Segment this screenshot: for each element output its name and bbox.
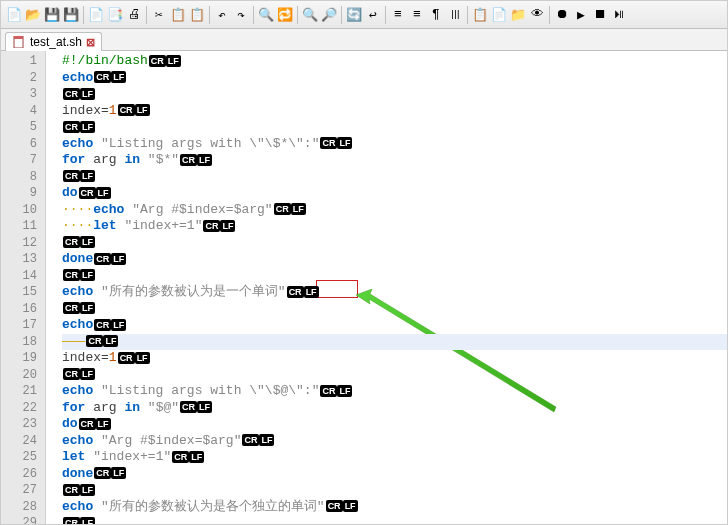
code-line[interactable]: for arg in "$@"CRLF: [62, 400, 727, 417]
crlf-marker: CR: [274, 203, 291, 215]
close-all-icon[interactable]: 📑: [106, 6, 124, 24]
code-line[interactable]: CRLF: [62, 169, 727, 186]
line-number-gutter: 1234567891011121314151617181920212223242…: [1, 51, 46, 524]
crlf-marker: CR: [180, 401, 197, 413]
crlf-marker: LF: [80, 88, 95, 100]
crlf-marker: CR: [63, 368, 80, 380]
code-line[interactable]: CRLF: [62, 86, 727, 103]
code-line[interactable]: CRLF: [62, 235, 727, 252]
replace-icon[interactable]: 🔁: [276, 6, 294, 24]
indent-icon[interactable]: ≡: [389, 6, 407, 24]
crlf-marker: CR: [94, 319, 111, 331]
line-number: 28: [1, 499, 37, 516]
crlf-marker: LF: [166, 55, 181, 67]
crlf-marker: LF: [80, 121, 95, 133]
undo-icon[interactable]: ↶: [213, 6, 231, 24]
svg-rect-1: [14, 36, 23, 39]
line-number: 14: [1, 268, 37, 285]
toolbar-separator: [467, 6, 468, 24]
crlf-marker: LF: [220, 220, 235, 232]
crlf-marker: CR: [63, 236, 80, 248]
file-icon: [12, 35, 26, 49]
code-line[interactable]: echo "Arg #$index=$arg"CRLF: [62, 433, 727, 450]
code-line[interactable]: echo "所有的参数被认为是各个独立的单词"CRLF: [62, 499, 727, 516]
crlf-marker: LF: [343, 500, 358, 512]
code-line[interactable]: echo "所有的参数被认为是一个单词"CRLF: [62, 284, 727, 301]
crlf-marker: LF: [111, 319, 126, 331]
crlf-marker: CR: [242, 434, 259, 446]
wrap-icon[interactable]: ↩: [364, 6, 382, 24]
zoom-in-icon[interactable]: 🔍: [301, 6, 319, 24]
code-line[interactable]: CRLF: [62, 515, 727, 524]
crlf-marker: CR: [94, 71, 111, 83]
redo-icon[interactable]: ↷: [232, 6, 250, 24]
line-number: 5: [1, 119, 37, 136]
code-line[interactable]: index=1CRLF: [62, 350, 727, 367]
toolbar-separator: [549, 6, 550, 24]
show-all-icon[interactable]: ¶: [427, 6, 445, 24]
save-icon[interactable]: 💾: [43, 6, 61, 24]
crlf-marker: LF: [135, 352, 150, 364]
code-area[interactable]: #!/bin/bashCRLFechoCRLFCRLFindex=1CRLFCR…: [46, 51, 727, 524]
code-line[interactable]: #!/bin/bashCRLF: [62, 53, 727, 70]
find-icon[interactable]: 🔍: [257, 6, 275, 24]
function-list-icon[interactable]: 📋: [471, 6, 489, 24]
play-icon[interactable]: ▶: [572, 6, 590, 24]
file-tab[interactable]: test_at.sh ⊠: [5, 32, 102, 51]
monitor-icon[interactable]: 👁: [528, 6, 546, 24]
outdent-icon[interactable]: ≡: [408, 6, 426, 24]
code-line[interactable]: doneCRLF: [62, 466, 727, 483]
crlf-marker: CR: [172, 451, 189, 463]
crlf-marker: LF: [80, 368, 95, 380]
paste-icon[interactable]: 📋: [188, 6, 206, 24]
code-line[interactable]: CRLF: [62, 119, 727, 136]
record-icon[interactable]: ⏺: [553, 6, 571, 24]
code-line[interactable]: doneCRLF: [62, 251, 727, 268]
code-line[interactable]: ———CRLF: [62, 334, 727, 351]
sync-icon[interactable]: 🔄: [345, 6, 363, 24]
crlf-marker: LF: [80, 236, 95, 248]
open-icon[interactable]: 📂: [24, 6, 42, 24]
cut-icon[interactable]: ✂: [150, 6, 168, 24]
code-line[interactable]: echoCRLF: [62, 70, 727, 87]
line-number: 26: [1, 466, 37, 483]
toolbar-separator: [209, 6, 210, 24]
stop-icon[interactable]: ⏹: [591, 6, 609, 24]
new-file-icon[interactable]: 📄: [5, 6, 23, 24]
doc-map-icon[interactable]: 📄: [490, 6, 508, 24]
copy-icon[interactable]: 📋: [169, 6, 187, 24]
code-line[interactable]: echo "Listing args with \"\$*\":"CRLF: [62, 136, 727, 153]
tab-close-icon[interactable]: ⊠: [86, 36, 95, 49]
code-line[interactable]: ····echo "Arg #$index=$arg"CRLF: [62, 202, 727, 219]
folder-icon[interactable]: 📁: [509, 6, 527, 24]
crlf-marker: CR: [63, 517, 80, 524]
crlf-marker: CR: [320, 385, 337, 397]
code-line[interactable]: CRLF: [62, 367, 727, 384]
playback-icon[interactable]: ⏯: [610, 6, 628, 24]
close-icon[interactable]: 📄: [87, 6, 105, 24]
crlf-marker: LF: [103, 335, 118, 347]
code-line[interactable]: echo "Listing args with \"\$@\":"CRLF: [62, 383, 727, 400]
code-line[interactable]: for arg in "$*"CRLF: [62, 152, 727, 169]
line-number: 1: [1, 53, 37, 70]
code-line[interactable]: let "index+=1"CRLF: [62, 449, 727, 466]
crlf-marker: CR: [118, 352, 135, 364]
save-all-icon[interactable]: 💾: [62, 6, 80, 24]
code-line[interactable]: CRLF: [62, 268, 727, 285]
indent-guide-icon[interactable]: ⫼: [446, 6, 464, 24]
line-number: 12: [1, 235, 37, 252]
crlf-marker: LF: [80, 302, 95, 314]
print-icon[interactable]: 🖨: [125, 6, 143, 24]
line-number: 18: [1, 334, 37, 351]
code-line[interactable]: doCRLF: [62, 416, 727, 433]
toolbar-separator: [385, 6, 386, 24]
code-line[interactable]: doCRLF: [62, 185, 727, 202]
zoom-out-icon[interactable]: 🔎: [320, 6, 338, 24]
crlf-marker: CR: [203, 220, 220, 232]
code-line[interactable]: index=1CRLF: [62, 103, 727, 120]
code-line[interactable]: ····let "index+=1"CRLF: [62, 218, 727, 235]
code-line[interactable]: echoCRLF: [62, 317, 727, 334]
crlf-marker: CR: [326, 500, 343, 512]
code-line[interactable]: CRLF: [62, 482, 727, 499]
code-line[interactable]: CRLF: [62, 301, 727, 318]
